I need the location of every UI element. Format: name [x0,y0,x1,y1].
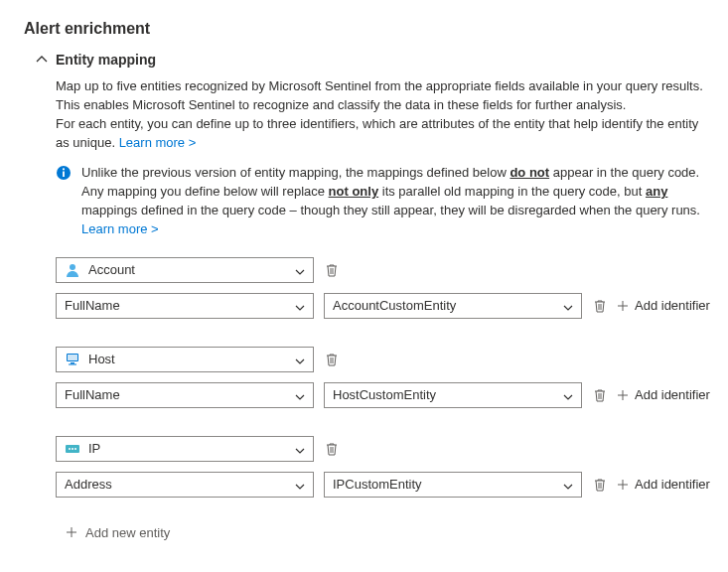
svg-rect-7 [69,363,76,364]
chevron-down-icon [295,301,305,311]
chevron-down-icon [563,390,573,400]
add-new-entity-button[interactable]: Add new entity [66,525,170,540]
entity-block-ip: IP Address IPCustomEntity Add identifier [56,436,712,498]
delete-identifier-button[interactable] [592,298,607,313]
learn-more-link[interactable]: Learn more > [119,135,197,150]
entity-type-label: Host [88,352,115,366]
identifier-select[interactable]: FullName [56,293,314,319]
svg-point-2 [63,169,65,171]
identifier-select[interactable]: Address [56,472,314,498]
svg-point-11 [74,448,76,450]
chevron-down-icon [563,480,573,490]
entity-type-select[interactable]: IP [56,436,314,462]
chevron-down-icon [563,301,573,311]
delete-entity-button[interactable] [324,441,339,456]
entity-type-label: IP [88,441,100,456]
svg-rect-1 [63,172,65,178]
add-identifier-button[interactable]: Add identifier [617,387,710,402]
plus-icon [66,526,77,538]
entity-type-label: Account [88,262,135,277]
chevron-down-icon [295,390,305,400]
section-label: Entity mapping [56,52,156,68]
host-icon [65,352,80,367]
info-box: Unlike the previous version of entity ma… [56,164,712,238]
value-label: IPCustomEntity [333,477,422,492]
value-select[interactable]: IPCustomEntity [324,472,582,498]
identifier-label: FullName [65,298,120,313]
entity-block-host: Host FullName HostCustomEntity Add ident… [56,347,712,408]
entity-type-select[interactable]: Host [56,347,314,372]
value-label: HostCustomEntity [333,387,436,402]
svg-point-9 [69,448,71,450]
learn-more-info-link[interactable]: Learn more > [81,221,159,236]
delete-identifier-button[interactable] [592,477,607,492]
delete-entity-button[interactable] [324,262,339,277]
add-identifier-button[interactable]: Add identifier [617,298,710,313]
value-select[interactable]: HostCustomEntity [324,382,582,408]
delete-entity-button[interactable] [324,352,339,366]
identifier-label: FullName [65,387,120,402]
chevron-down-icon [295,480,305,490]
info-text: Unlike the previous version of entity ma… [81,164,712,238]
chevron-down-icon [295,265,305,275]
value-select[interactable]: AccountCustomEntity [324,293,582,319]
chevron-down-icon [295,355,305,364]
entity-block-account: Account FullName AccountCustomEntity Add… [56,257,712,319]
delete-identifier-button[interactable] [592,387,607,402]
section-header-entity-mapping[interactable]: Entity mapping [36,52,712,68]
svg-rect-5 [68,355,77,360]
chevron-up-icon [36,54,48,66]
svg-point-3 [70,264,75,270]
value-label: AccountCustomEntity [333,298,456,313]
chevron-down-icon [295,444,305,454]
plus-icon [617,389,629,401]
plus-icon [617,300,629,312]
ip-icon [65,441,80,457]
account-icon [65,262,80,278]
info-icon [56,165,72,181]
svg-point-10 [72,448,73,450]
page-title: Alert enrichment [24,20,712,38]
identifier-label: Address [65,477,112,492]
add-identifier-button[interactable]: Add identifier [617,477,710,492]
svg-rect-6 [71,362,74,364]
plus-icon [617,479,629,491]
entity-type-select[interactable]: Account [56,257,314,283]
mapping-description: Map up to five entities recognized by Mi… [56,77,712,152]
identifier-select[interactable]: FullName [56,382,314,408]
